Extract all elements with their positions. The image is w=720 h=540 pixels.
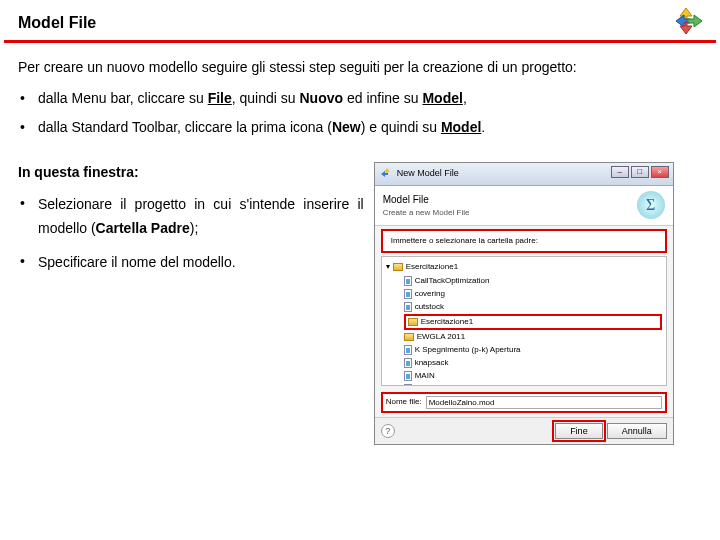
tree-item-label: Esercitazione1 — [421, 316, 473, 328]
dialog-header-title: Model File — [383, 192, 470, 207]
tree-item[interactable]: cutstock — [404, 301, 662, 313]
maximize-button[interactable]: □ — [631, 166, 649, 178]
bullet-marker: • — [18, 88, 38, 109]
dialog-header-sub: Create a new Model File — [383, 207, 470, 219]
bullet-text: dalla Menu bar, cliccare su File, quindi… — [38, 88, 702, 109]
bullet-marker: • — [18, 117, 38, 138]
file-icon — [404, 289, 412, 299]
parent-folder-label: Immettere o selezionare la cartella padr… — [383, 231, 665, 251]
left-column: In questa finestra: • Selezionare il pro… — [18, 162, 374, 445]
bullet-item: • Specificare il nome del modello. — [18, 251, 364, 275]
content-area: Per creare un nuovo modello seguire gli … — [0, 57, 720, 445]
minimize-button[interactable]: – — [611, 166, 629, 178]
collapse-icon[interactable]: ▾ — [386, 261, 390, 273]
bullet-text: Selezionare il progetto in cui s'intende… — [38, 193, 364, 241]
tree-item[interactable]: K Spegnimento (p-k) Apertura — [404, 344, 662, 356]
filename-input[interactable] — [426, 396, 662, 409]
sigma-icon: Σ — [637, 191, 665, 219]
folder-icon — [408, 318, 418, 326]
highlight-box: Immettere o selezionare la cartella padr… — [381, 229, 667, 253]
file-icon — [404, 302, 412, 312]
tree-item-label: CallTackOptimization — [415, 275, 490, 287]
tree-item[interactable]: Modello Carmen — [404, 383, 662, 386]
slide-header: Model File — [0, 0, 720, 40]
tree-item[interactable]: knapsack — [404, 357, 662, 369]
app-icon — [381, 168, 393, 180]
filename-row: Nome file: — [381, 392, 667, 413]
dialog-header: Model File Create a new Model File Σ — [375, 186, 673, 226]
finish-button[interactable]: Fine — [555, 423, 603, 439]
tree-root[interactable]: ▾ Esercitazione1 — [386, 261, 662, 273]
tree-item-label: K Spegnimento (p-k) Apertura — [415, 344, 521, 356]
bullet-text: Specificare il nome del modello. — [38, 251, 364, 275]
tree-item[interactable]: covering — [404, 288, 662, 300]
new-model-dialog: New Model File – □ × Model File Create a… — [374, 162, 674, 445]
cancel-button[interactable]: Annulla — [607, 423, 667, 439]
tree-item[interactable]: EWGLA 2011 — [404, 331, 662, 343]
tree-item[interactable]: MAIN — [404, 370, 662, 382]
nav-arrows-icon — [672, 6, 706, 36]
close-button[interactable]: × — [651, 166, 669, 178]
tree-item[interactable]: Esercitazione1 — [404, 314, 662, 330]
tree-item-label: Modello Carmen — [415, 383, 474, 386]
bullet-marker: • — [18, 193, 38, 241]
tree-item-label: covering — [415, 288, 445, 300]
project-tree[interactable]: ▾ Esercitazione1 CallTackOptimizationcov… — [381, 256, 667, 386]
tree-item-label: knapsack — [415, 357, 449, 369]
filename-label: Nome file: — [386, 396, 422, 408]
help-icon[interactable]: ? — [381, 424, 395, 438]
right-column: New Model File – □ × Model File Create a… — [374, 162, 702, 445]
folder-icon — [404, 333, 414, 341]
tree-item[interactable]: CallTackOptimization — [404, 275, 662, 287]
file-icon — [404, 345, 412, 355]
file-icon — [404, 276, 412, 286]
file-icon — [404, 358, 412, 368]
page-title: Model File — [18, 14, 702, 32]
bullet-text: dalla Standard Toolbar, cliccare la prim… — [38, 117, 702, 138]
bullet-marker: • — [18, 251, 38, 275]
file-icon — [404, 384, 412, 386]
bullet-item: • dalla Menu bar, cliccare su File, quin… — [18, 88, 702, 109]
intro-text: Per creare un nuovo modello seguire gli … — [18, 57, 702, 78]
dialog-footer: ? Fine Annulla — [375, 417, 673, 444]
tree-item-label: EWGLA 2011 — [417, 331, 465, 343]
sub-heading: In questa finestra: — [18, 162, 364, 183]
divider — [4, 40, 716, 43]
dialog-titlebar: New Model File – □ × — [375, 163, 673, 186]
tree-item-label: cutstock — [415, 301, 444, 313]
tree-item-label: MAIN — [415, 370, 435, 382]
svg-marker-2 — [688, 15, 702, 27]
bullet-item: • Selezionare il progetto in cui s'inten… — [18, 193, 364, 241]
bullet-item: • dalla Standard Toolbar, cliccare la pr… — [18, 117, 702, 138]
file-icon — [404, 371, 412, 381]
dialog-title: New Model File — [397, 167, 459, 181]
folder-icon — [393, 263, 403, 271]
